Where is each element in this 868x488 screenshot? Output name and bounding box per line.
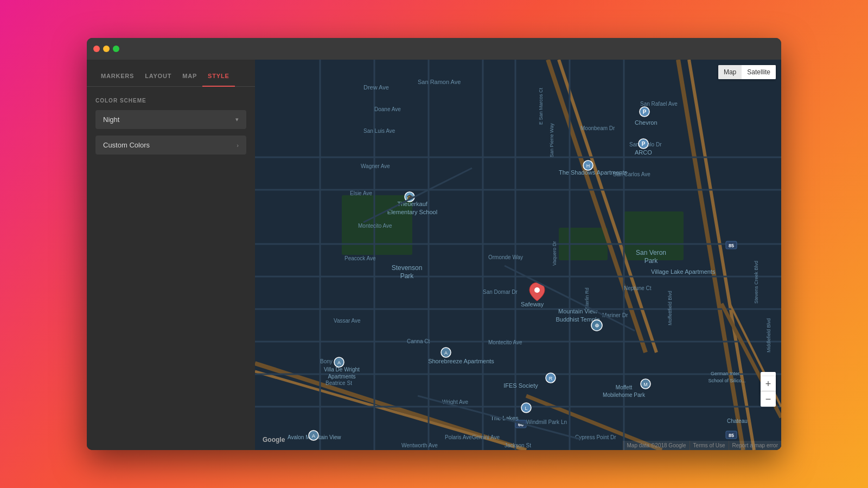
map-type-toggle: Map Satellite (718, 65, 776, 79)
svg-text:☸: ☸ (595, 323, 599, 329)
minimize-button[interactable] (103, 46, 110, 52)
close-button[interactable] (93, 46, 100, 52)
chevron-right-icon: › (237, 142, 239, 149)
svg-text:IFES Society: IFES Society (503, 382, 538, 389)
terms-of-use-link[interactable]: Terms of Use (690, 441, 729, 450)
svg-text:Elementary School: Elementary School (387, 209, 437, 215)
color-scheme-label: COLOR SCHEME (95, 98, 246, 104)
svg-text:Apartments: Apartments (328, 374, 355, 380)
tab-map[interactable]: MAP (177, 66, 202, 87)
svg-text:Park: Park (400, 272, 414, 280)
map-attribution: Map data ©2018 Google (623, 441, 689, 450)
svg-text:R: R (549, 376, 553, 381)
svg-text:San Domar Dr: San Domar Dr (483, 289, 518, 295)
svg-text:Wentworth Ave: Wentworth Ave (401, 442, 438, 448)
svg-text:85: 85 (729, 433, 734, 438)
svg-text:Chateau: Chateau (727, 418, 748, 424)
title-bar (87, 38, 781, 60)
svg-text:San Pierre Way: San Pierre Way (549, 123, 554, 157)
map-roads: Drew Ave San Ramon Ave Doane Ave San Lui… (255, 60, 781, 450)
svg-text:M: M (643, 382, 648, 387)
google-logo: Google (263, 436, 285, 444)
svg-text:ARCO: ARCO (635, 149, 652, 156)
window-controls (93, 46, 119, 52)
svg-text:Peacock Ave: Peacock Ave (344, 255, 376, 261)
svg-text:Stevens Creek Blvd: Stevens Creek Blvd (754, 261, 759, 304)
svg-text:Safeway: Safeway (521, 301, 544, 307)
svg-text:Shorebreeze Apartments: Shorebreeze Apartments (428, 358, 494, 364)
svg-text:Stevenson: Stevenson (392, 264, 423, 272)
map-footer: Map data ©2018 Google Terms of Use Repor… (623, 441, 781, 450)
svg-text:Mobilehome Park: Mobilehome Park (603, 392, 646, 398)
map-area[interactable]: Drew Ave San Ramon Ave Doane Ave San Lui… (255, 60, 781, 450)
svg-text:Canna Ct: Canna Ct (407, 338, 430, 344)
svg-text:H: H (586, 163, 590, 169)
svg-text:Montecito Ave: Montecito Ave (488, 339, 522, 345)
custom-colors-label: Custom Colors (103, 141, 150, 149)
svg-text:Gemini Ave: Gemini Ave (472, 434, 500, 440)
svg-point-91 (534, 287, 540, 293)
svg-text:Jackson St: Jackson St (505, 442, 531, 448)
zoom-controls: + − (761, 376, 776, 407)
svg-text:Middlefield Blvd: Middlefield Blvd (766, 318, 771, 352)
svg-text:San Ramon Ave: San Ramon Ave (418, 79, 461, 85)
svg-text:San Veron: San Veron (636, 249, 666, 256)
svg-text:Polaris Ave: Polaris Ave (445, 434, 472, 440)
dropdown-value: Night (103, 115, 119, 124)
svg-text:Moonbeam Dr: Moonbeam Dr (580, 125, 615, 131)
svg-text:Mariner Dr: Mariner Dr (602, 312, 628, 318)
svg-text:German Inter...: German Inter... (711, 371, 743, 376)
chevron-down-icon: ▾ (235, 116, 239, 123)
svg-text:Neptune Ct: Neptune Ct (624, 285, 652, 291)
tab-markers[interactable]: MARKERS (95, 66, 139, 87)
report-map-error-link[interactable]: Report a map error (729, 441, 781, 450)
map-type-map-button[interactable]: Map (718, 65, 742, 79)
svg-text:E San Marcos Ct: E San Marcos Ct (538, 87, 544, 125)
svg-text:San Rafael Ave: San Rafael Ave (640, 101, 678, 107)
svg-text:Montecito Ave: Montecito Ave (358, 223, 392, 229)
svg-text:P: P (642, 141, 646, 147)
svg-text:Villa De Wright: Villa De Wright (324, 367, 360, 373)
map-type-satellite-button[interactable]: Satellite (742, 65, 776, 79)
zoom-in-button[interactable]: + (761, 376, 776, 391)
main-content: MARKERS LAYOUT MAP STYLE COLOR SCHEME Ni… (87, 60, 781, 450)
tab-style[interactable]: STYLE (202, 66, 234, 87)
svg-text:Doane Ave: Doane Ave (374, 106, 401, 112)
maximize-button[interactable] (113, 46, 119, 52)
svg-text:Cypress Point Dr: Cypress Point Dr (575, 434, 616, 440)
svg-text:Moffettfield Blvd: Moffettfield Blvd (667, 291, 673, 325)
nav-tabs: MARKERS LAYOUT MAP STYLE (87, 60, 255, 87)
color-scheme-dropdown[interactable]: Night ▾ (95, 110, 246, 129)
tab-layout[interactable]: LAYOUT (139, 66, 177, 87)
svg-text:85: 85 (729, 243, 734, 248)
custom-colors-row[interactable]: Custom Colors › (95, 136, 246, 155)
sidebar-content: COLOR SCHEME Night ▾ Custom Colors › (87, 87, 255, 165)
svg-text:P: P (643, 109, 647, 115)
svg-text:Beatrice St: Beatrice St (326, 380, 352, 386)
svg-text:Ormonde Way: Ormonde Way (488, 254, 523, 260)
svg-text:Vaquero Dr: Vaquero Dr (552, 241, 557, 266)
svg-text:Moffett: Moffett (616, 384, 633, 390)
svg-text:Windmill Park Ln: Windmill Park Ln (526, 419, 567, 425)
svg-text:Chevron: Chevron (635, 119, 658, 126)
svg-text:Elsie Ave: Elsie Ave (350, 190, 372, 196)
svg-text:A: A (312, 433, 315, 439)
svg-text:Park: Park (644, 257, 659, 265)
svg-text:School of Silico...: School of Silico... (708, 378, 745, 383)
svg-text:The Shadows Apartments: The Shadows Apartments (559, 169, 627, 176)
svg-text:L: L (525, 406, 527, 411)
svg-text:Village Lake Apartments: Village Lake Apartments (651, 268, 716, 275)
svg-text:San Luis Ave: San Luis Ave (363, 128, 395, 134)
app-window: MARKERS LAYOUT MAP STYLE COLOR SCHEME Ni… (87, 38, 781, 450)
svg-text:Vassar Ave: Vassar Ave (334, 318, 361, 324)
svg-text:Drew Ave: Drew Ave (363, 84, 389, 91)
svg-text:A: A (337, 360, 341, 365)
svg-text:Wagner Ave: Wagner Ave (361, 163, 390, 169)
sidebar: MARKERS LAYOUT MAP STYLE COLOR SCHEME Ni… (87, 60, 255, 450)
zoom-out-button[interactable]: − (761, 391, 776, 407)
svg-text:A: A (444, 350, 448, 356)
